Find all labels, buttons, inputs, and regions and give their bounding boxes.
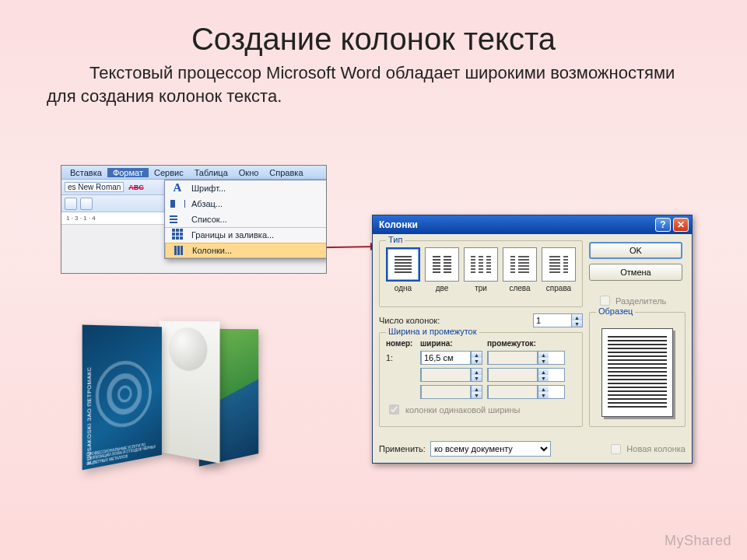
cancel-button[interactable]: Отмена [589, 264, 682, 281]
slide-body: Текстовый процессор Microsoft Word облад… [0, 61, 747, 107]
equal-width-label: колонки одинаковой ширины [405, 405, 521, 415]
slide-title: Создание колонок текста [0, 0, 747, 61]
new-column-checkbox [611, 444, 621, 454]
type-left-label: слева [503, 284, 537, 292]
svg-point-0 [96, 362, 149, 429]
columns-icon [170, 244, 186, 257]
menu-service[interactable]: Сервис [149, 168, 189, 177]
apply-label: Применить: [379, 444, 426, 453]
menu-table[interactable]: Таблица [189, 168, 233, 177]
row1-gap-spinner[interactable]: ▲▼ [487, 351, 565, 365]
group-preview: Образец [589, 312, 686, 427]
type-one-label: одна [386, 284, 420, 292]
menu-window[interactable]: Окно [233, 168, 265, 177]
menubar: Вставка Формат Сервис Таблица Окно Справ… [61, 166, 326, 180]
dd-borders[interactable]: Границы и заливка... [165, 227, 327, 243]
dd-list[interactable]: Список... [165, 212, 327, 227]
group-width: Ширина и промежуток номер: ширина: проме… [379, 332, 583, 427]
row3-width-input [421, 385, 471, 399]
dd-font-label: Шрифт... [191, 184, 226, 193]
spin-down-icon[interactable]: ▼ [571, 320, 582, 327]
brochure-panel-middle [160, 321, 220, 464]
spin-up-icon[interactable]: ▲ [571, 314, 582, 320]
row1-width-input[interactable] [421, 351, 471, 365]
watermark: MyShared [665, 533, 731, 549]
type-two-label: две [425, 284, 459, 292]
font-icon: A [170, 182, 185, 194]
type-three-label: три [464, 284, 498, 292]
row1-gap-input [488, 351, 538, 365]
format-dropdown: A Шрифт... Абзац... Список... Границы и … [164, 180, 327, 259]
row3-gap-input [488, 385, 538, 399]
borders-icon [170, 229, 185, 241]
close-button[interactable]: ✕ [673, 218, 689, 232]
list-icon [170, 213, 185, 226]
abc-icon[interactable]: ABC [128, 184, 144, 191]
type-right[interactable]: справа [542, 247, 576, 292]
type-three[interactable]: три [464, 247, 498, 292]
svg-point-1 [109, 375, 139, 413]
new-column-label: Новая колонка [626, 444, 686, 453]
divider-label: Разделитель [615, 296, 666, 306]
type-left[interactable]: слева [503, 247, 537, 292]
type-two[interactable]: две [425, 247, 459, 292]
print-icon[interactable] [65, 198, 77, 210]
paragraph-icon [170, 198, 185, 210]
dd-columns[interactable]: Колонки... [165, 243, 327, 258]
menu-format[interactable]: Формат [107, 168, 149, 177]
columns-dialog: Колонки ? ✕ Тип одна две три слева [372, 215, 693, 464]
dd-borders-label: Границы и заливка... [191, 230, 274, 240]
dd-paragraph[interactable]: Абзац... [165, 196, 327, 212]
apply-select[interactable]: ко всему документу [430, 441, 551, 457]
brochure-panel-left: KUUSAKOSKI ЗАО ПЕТРОМАКС ПРОФЕССИОНАЛЬНЫ… [82, 325, 162, 471]
hdr-gap: промежуток: [487, 339, 565, 348]
dialog-titlebar: Колонки ? ✕ [373, 215, 692, 234]
preview-page [601, 328, 673, 417]
row2-gap-input [488, 368, 538, 382]
hdr-number: номер: [386, 339, 416, 348]
dialog-title-text: Колонки [379, 219, 418, 230]
font-selector[interactable]: es New Roman [65, 182, 124, 192]
group-type: Тип одна две три слева справа [379, 240, 583, 307]
menu-insert[interactable]: Вставка [65, 168, 107, 177]
num-columns-spinner[interactable]: ▲▼ [533, 313, 583, 327]
row1-width-spinner[interactable]: ▲▼ [420, 351, 482, 365]
group-width-label: Ширина и промежуток [386, 327, 479, 336]
word-menu-screenshot: Вставка Формат Сервис Таблица Окно Справ… [61, 165, 327, 274]
svg-point-2 [118, 387, 131, 402]
row1-number: 1: [386, 353, 416, 362]
menu-help[interactable]: Справка [264, 168, 308, 177]
group-type-label: Тип [386, 235, 405, 244]
equal-width-checkbox [389, 404, 399, 415]
svg-rect-3 [393, 254, 413, 275]
ok-button[interactable]: OK [589, 242, 682, 259]
divider-checkbox [600, 296, 610, 306]
preview-box [596, 322, 679, 423]
dd-paragraph-label: Абзац... [191, 199, 223, 208]
dd-columns-label: Колонки... [192, 246, 232, 255]
dd-list-label: Список... [191, 215, 227, 224]
preview-icon[interactable] [80, 198, 93, 210]
dd-font[interactable]: A Шрифт... [165, 180, 327, 196]
help-button[interactable]: ? [655, 218, 671, 232]
group-preview-label: Образец [596, 306, 635, 316]
num-columns-label: Число колонок: [379, 316, 440, 325]
hdr-width: ширина: [420, 339, 482, 348]
brochure-illustration: KUUSAKOSKI ЗАО ПЕТРОМАКС ПРОФЕССИОНАЛЬНЫ… [78, 315, 280, 478]
type-right-label: справа [542, 284, 576, 292]
type-one[interactable]: одна [386, 247, 420, 292]
row2-width-input [421, 368, 471, 382]
num-columns-input[interactable] [534, 314, 571, 327]
